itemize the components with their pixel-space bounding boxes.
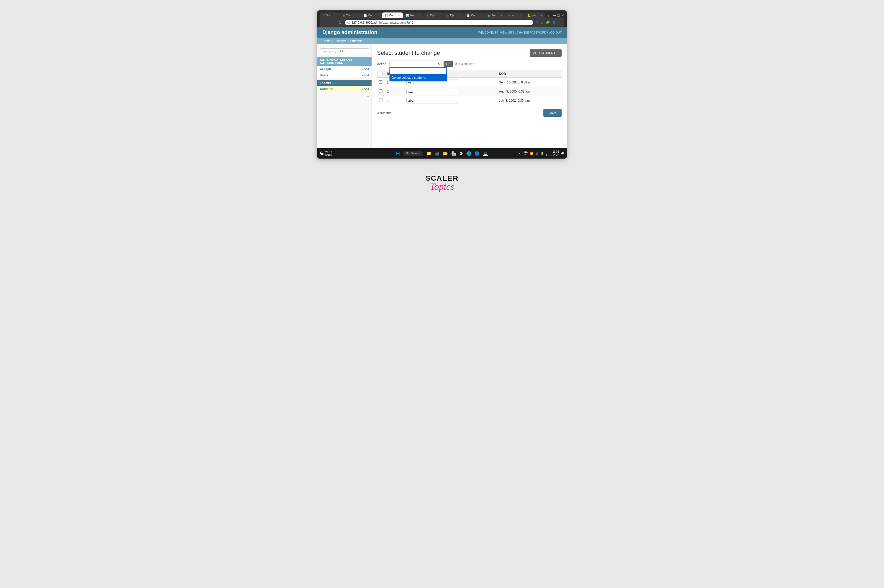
- tab-close-how[interactable]: ✕: [419, 14, 421, 17]
- dropdown-option-delete[interactable]: Delete selected students: [390, 74, 446, 81]
- tab-close-pyth[interactable]: ✕: [540, 14, 542, 17]
- taskbar: 🌤 21°C Smoke ⊞ 🔍 Search 📁 📹 📂 🏪 ⚙ 🌐 🔵: [317, 148, 567, 159]
- tab-djan1[interactable]: ◆ Djan... ✕: [424, 12, 444, 18]
- share-button[interactable]: ⬆: [535, 20, 539, 25]
- row3-checkbox-cell: [377, 96, 385, 105]
- col-checkbox: [377, 70, 385, 78]
- go-button[interactable]: Go: [444, 61, 453, 67]
- row1-dob-cell: Sept. 10, 2000, 6:38 a.m.: [497, 78, 561, 87]
- action-label: Action:: [377, 62, 387, 66]
- django-admin: Django administration WELCOME, TR. VIEW …: [317, 27, 567, 148]
- tab-gmail[interactable]: M Spre... ✕: [320, 12, 339, 18]
- row3-link[interactable]: 1: [387, 99, 389, 103]
- action-dropdown-open: -------- Delete selected students: [389, 68, 447, 81]
- windows-start-icon[interactable]: ⊞: [396, 150, 400, 156]
- action-select[interactable]: -------- Delete selected students: [389, 61, 441, 68]
- tab-cust3[interactable]: 📋 Cust... ✕: [464, 12, 485, 18]
- row1-link[interactable]: 3: [387, 81, 389, 84]
- row2-link[interactable]: 2: [387, 90, 389, 94]
- sidebar-students-add[interactable]: + Add: [362, 87, 369, 90]
- lang-display: ENGIN: [522, 150, 528, 156]
- tab-close-cust2[interactable]: ✕: [398, 14, 400, 17]
- address-bar[interactable]: ⓘ 127.0.0.1:8000/admin/example/student/?…: [345, 20, 533, 25]
- folder-icon[interactable]: 📂: [443, 151, 448, 156]
- select-all-checkbox[interactable]: [379, 72, 383, 75]
- action-bar: Action: -------- Delete selected student…: [377, 61, 561, 68]
- sidebar-filter-input[interactable]: [320, 48, 369, 54]
- reload-button[interactable]: ↻: [338, 20, 343, 25]
- tab-close-djan2[interactable]: ✕: [459, 14, 461, 17]
- dropdown-option-default[interactable]: --------: [390, 68, 446, 74]
- row2-dob-text: Aug. 8, 2000, 6:38 a.m.: [499, 90, 531, 93]
- sidebar-collapse-button[interactable]: «: [366, 95, 369, 99]
- row3-dob-cell: July 8, 2002, 5:35 a.m.: [497, 96, 561, 105]
- nav-example[interactable]: Example: [335, 39, 347, 43]
- weather-info: 21°C Smoke: [325, 150, 333, 156]
- tab-sele[interactable]: ◉ Sele... ✕: [485, 12, 505, 18]
- profile-button[interactable]: 👤: [551, 20, 557, 25]
- table-row: 2 Aug. 8, 2000, 6:38 a.m.: [377, 87, 561, 96]
- row3-id-cell: 1: [385, 96, 404, 105]
- store-icon[interactable]: 🏪: [451, 151, 456, 156]
- django-user-info: WELCOME, TR. VIEW SITE / CHANGE PASSWORD…: [479, 31, 561, 34]
- notification-icon[interactable]: 💬: [561, 152, 564, 155]
- tab-djan2[interactable]: ◆ Djan... ✕: [444, 12, 464, 18]
- extensions-button[interactable]: 🧩: [545, 20, 551, 25]
- edge-icon[interactable]: 🔵: [474, 151, 480, 156]
- minimize-button[interactable]: ─: [553, 13, 556, 17]
- table-body: 3 Sept. 10, 2000, 6:38 a.m.: [377, 78, 561, 105]
- tab-word[interactable]: W Wor... ✕: [506, 12, 524, 18]
- forward-button[interactable]: →: [330, 20, 335, 25]
- sidebar-users-add[interactable]: + Add: [362, 74, 369, 77]
- taskbar-center: ⊞ 🔍 Search 📁 📹 📂 🏪 ⚙ 🌐 🔵 💻: [396, 150, 488, 156]
- time-display: 13:02: [546, 150, 559, 153]
- row3-name-cell: [404, 96, 497, 105]
- row3-checkbox[interactable]: [379, 99, 383, 102]
- tab-close-cust1[interactable]: ✕: [377, 14, 379, 17]
- save-button[interactable]: Save: [543, 109, 561, 117]
- sidebar-groups-add[interactable]: + Add: [362, 68, 369, 70]
- new-tab-button[interactable]: +: [545, 14, 551, 18]
- sidebar-item-groups: Groups + Add: [317, 66, 372, 72]
- row1-checkbox-cell: [377, 78, 385, 87]
- tab-close-gmail[interactable]: ✕: [335, 14, 337, 17]
- browser-icon[interactable]: 🌐: [466, 151, 471, 156]
- meet-icon[interactable]: 📹: [434, 151, 440, 156]
- menu-button[interactable]: ⋮: [558, 20, 562, 25]
- tab-close-djan1[interactable]: ✕: [439, 14, 441, 17]
- window-controls: ─ □ ✕: [553, 13, 564, 17]
- sidebar-students-label[interactable]: Students: [320, 87, 333, 91]
- taskbar-search[interactable]: 🔍 Search: [403, 151, 423, 156]
- close-button[interactable]: ✕: [561, 13, 564, 17]
- file-explorer-icon[interactable]: 📁: [426, 151, 431, 156]
- nav-home[interactable]: Home: [323, 39, 331, 43]
- footer-row: 3 students Save: [377, 109, 561, 117]
- tab-cust2[interactable]: 📋 Cust... ✕: [382, 12, 403, 18]
- tab-trapt[interactable]: ▣ Trapt... ✕: [340, 12, 361, 18]
- back-button[interactable]: ←: [322, 20, 327, 25]
- row2-checkbox[interactable]: [379, 89, 383, 93]
- tab-pyth[interactable]: 🐍 pyth... ✕: [525, 12, 545, 18]
- row2-name-input[interactable]: [407, 88, 458, 94]
- row3-name-input[interactable]: [407, 98, 458, 104]
- maximize-button[interactable]: □: [557, 13, 560, 17]
- row1-checkbox[interactable]: [379, 80, 383, 84]
- browser-window: M Spre... ✕ ▣ Trapt... ✕ 📄 Cust... ✕: [317, 10, 567, 159]
- tab-close-word[interactable]: ✕: [520, 14, 522, 17]
- vscode-icon[interactable]: 💻: [483, 151, 488, 156]
- app-icon[interactable]: ⚙: [459, 151, 463, 156]
- scaler-cursive: Topics: [425, 181, 458, 192]
- volume-icon: 🔊: [535, 152, 539, 155]
- tab-close-cust3[interactable]: ✕: [480, 14, 482, 17]
- taskbar-right: ∧ ENGIN 📶 🔊 🔋 13:02 17-12-2022 💬: [518, 150, 564, 157]
- add-student-button[interactable]: ADD STUDENT +: [530, 50, 561, 57]
- taskbar-time: 13:02 17-12-2022: [546, 150, 559, 157]
- tab-close-sele[interactable]: ✕: [500, 14, 502, 17]
- selected-count: 0 of 3 selected: [455, 62, 475, 66]
- tab-close-trapt[interactable]: ✕: [356, 14, 358, 17]
- sidebar-users-label[interactable]: Users: [320, 74, 329, 77]
- tab-cust1[interactable]: 📄 Cust... ✕: [361, 12, 382, 18]
- sidebar-groups-label[interactable]: Groups: [320, 67, 331, 71]
- tab-how[interactable]: 📊 How... ✕: [403, 12, 423, 18]
- bookmark-button[interactable]: ☆: [540, 20, 544, 25]
